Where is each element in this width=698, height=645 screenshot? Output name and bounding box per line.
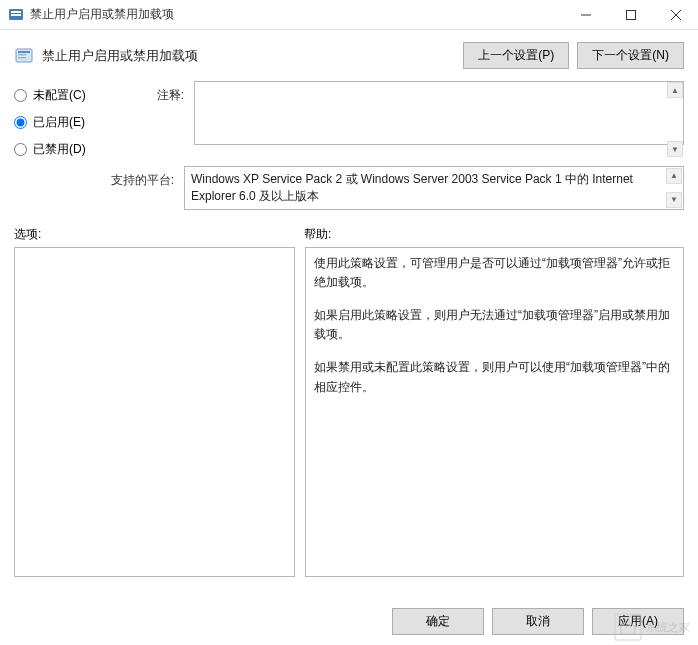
help-panel: 使用此策略设置，可管理用户是否可以通过“加载项管理器”允许或拒绝加载项。 如果启… <box>305 247 684 577</box>
options-panel <box>14 247 295 577</box>
svg-rect-8 <box>18 51 30 53</box>
header-row: 禁止用户启用或禁用加载项 上一个设置(P) 下一个设置(N) <box>0 30 698 77</box>
radio-enabled[interactable]: 已启用(E) <box>14 114 114 131</box>
platform-text-value: Windows XP Service Pack 2 或 Windows Serv… <box>191 172 633 203</box>
platform-row: 支持的平台: Windows XP Service Pack 2 或 Windo… <box>0 162 698 220</box>
radio-not-configured-label: 未配置(C) <box>33 87 86 104</box>
prev-setting-button[interactable]: 上一个设置(P) <box>463 42 569 69</box>
scroll-up-icon[interactable]: ▲ <box>667 82 683 98</box>
minimize-button[interactable] <box>563 0 608 30</box>
cancel-button[interactable]: 取消 <box>492 608 584 635</box>
svg-rect-10 <box>18 57 26 59</box>
svg-rect-9 <box>18 54 26 56</box>
policy-icon <box>14 46 34 66</box>
svg-rect-2 <box>11 14 21 16</box>
radio-disabled-input[interactable] <box>14 143 27 156</box>
titlebar: 禁止用户启用或禁用加载项 <box>0 0 698 30</box>
svg-rect-1 <box>11 11 21 13</box>
radio-enabled-input[interactable] <box>14 116 27 129</box>
help-label: 帮助: <box>304 226 331 243</box>
panels: 使用此策略设置，可管理用户是否可以通过“加载项管理器”允许或拒绝加载项。 如果启… <box>0 247 698 577</box>
window-controls <box>563 0 698 30</box>
policy-title: 禁止用户启用或禁用加载项 <box>42 47 463 65</box>
radio-enabled-label: 已启用(E) <box>33 114 85 131</box>
nav-buttons: 上一个设置(P) 下一个设置(N) <box>463 42 684 69</box>
help-paragraph: 如果禁用或未配置此策略设置，则用户可以使用“加载项管理器”中的相应控件。 <box>314 358 675 396</box>
help-paragraph: 如果启用此策略设置，则用户无法通过“加载项管理器”启用或禁用加载项。 <box>314 306 675 344</box>
comment-label: 注释: <box>124 81 184 158</box>
maximize-button[interactable] <box>608 0 653 30</box>
radio-disabled-label: 已禁用(D) <box>33 141 86 158</box>
section-labels: 选项: 帮助: <box>0 220 698 247</box>
svg-rect-4 <box>626 10 635 19</box>
scroll-up-icon[interactable]: ▲ <box>666 168 682 184</box>
radio-not-configured-input[interactable] <box>14 89 27 102</box>
app-icon <box>8 7 24 23</box>
help-paragraph: 使用此策略设置，可管理用户是否可以通过“加载项管理器”允许或拒绝加载项。 <box>314 254 675 292</box>
radio-not-configured[interactable]: 未配置(C) <box>14 87 114 104</box>
platform-text: Windows XP Service Pack 2 或 Windows Serv… <box>184 166 684 210</box>
close-button[interactable] <box>653 0 698 30</box>
footer: 确定 取消 应用(A) <box>392 608 684 635</box>
options-label: 选项: <box>14 226 304 243</box>
window-title: 禁止用户启用或禁用加载项 <box>30 6 563 23</box>
config-row: 未配置(C) 已启用(E) 已禁用(D) 注释: ▲ ▼ <box>0 77 698 162</box>
scroll-down-icon[interactable]: ▼ <box>666 192 682 208</box>
next-setting-button[interactable]: 下一个设置(N) <box>577 42 684 69</box>
ok-button[interactable]: 确定 <box>392 608 484 635</box>
comment-field-wrap: ▲ ▼ <box>194 81 684 158</box>
radio-group: 未配置(C) 已启用(E) 已禁用(D) <box>14 81 114 158</box>
radio-disabled[interactable]: 已禁用(D) <box>14 141 114 158</box>
apply-button[interactable]: 应用(A) <box>592 608 684 635</box>
platform-label: 支持的平台: <box>14 166 174 210</box>
comment-input[interactable] <box>194 81 684 145</box>
scroll-down-icon[interactable]: ▼ <box>667 141 683 157</box>
